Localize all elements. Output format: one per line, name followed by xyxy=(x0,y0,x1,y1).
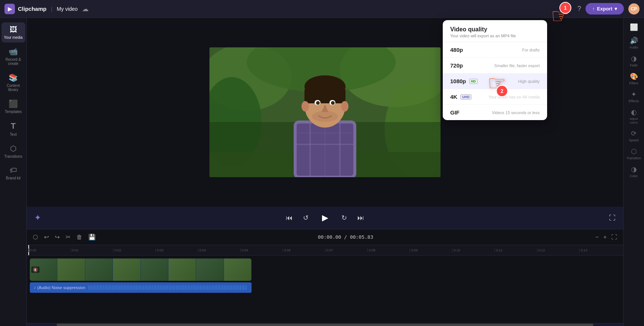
sidebar-item-record[interactable]: 📹 Record & create xyxy=(1,44,25,69)
right-tool-fade[interactable]: ◑ Fade xyxy=(624,52,644,69)
fullscreen-button[interactable]: ⛶ xyxy=(609,214,616,222)
logo-icon: ▶ xyxy=(4,4,15,14)
right-tool-speed[interactable]: ⟳ Speed xyxy=(624,127,644,144)
transition-icon: ⬡ xyxy=(631,147,637,156)
audio-label: Audio xyxy=(629,46,638,49)
zoom-in-button[interactable]: + xyxy=(602,232,608,242)
audio-track-label: (Audio) Noise suppression xyxy=(37,285,85,290)
skip-forward-button[interactable]: ⏭ xyxy=(356,213,366,223)
sidebar-label-transitions: Transitions xyxy=(4,154,22,159)
right-tool-filters[interactable]: 🎨 Filters xyxy=(624,70,644,87)
sidebar-item-your-media[interactable]: 🖼 Your media xyxy=(1,22,25,43)
timeline-select-tool[interactable]: ⬡ xyxy=(31,232,40,242)
right-tool-adjust-colors[interactable]: ◐ Adjust colors xyxy=(624,106,644,126)
ruler-mark-2: 0:02 xyxy=(113,248,155,252)
video-image xyxy=(209,47,441,177)
right-tool-captions[interactable]: ⬜ xyxy=(624,21,644,34)
quality-gif-note: Videos 15 seconds or less xyxy=(492,110,540,115)
quality-gif[interactable]: GIF Videos 15 seconds or less xyxy=(443,105,547,120)
quality-720p[interactable]: 720p Smaller file, faster export xyxy=(443,58,547,73)
svg-point-23 xyxy=(312,111,338,122)
app-logo[interactable]: ▶ Clipchamp xyxy=(4,4,47,14)
track-thumb-6 xyxy=(168,258,196,281)
timeline-undo-button[interactable]: ↩ xyxy=(42,232,50,242)
quality-1080p-badge: HD xyxy=(469,79,478,84)
transition-label: Transition xyxy=(626,156,641,160)
track-thumb-4 xyxy=(113,258,141,281)
ruler-mark-9: 0:09 xyxy=(410,248,452,252)
timeline-cut-button[interactable]: ✂ xyxy=(64,232,72,242)
export-dropdown: Video quality Your video will export as … xyxy=(443,20,547,120)
zoom-out-button[interactable]: − xyxy=(594,232,600,242)
speed-label: Speed xyxy=(629,138,638,142)
export-chevron-icon: ▾ xyxy=(615,6,617,12)
quality-4k[interactable]: 4K UHD Your video has no 4K media xyxy=(443,89,547,105)
right-sidebar: ⬜ 🔊 Audio ◑ Fade 🎨 Filters ✦ Effects ◐ A… xyxy=(623,18,644,326)
separator: | xyxy=(51,6,53,12)
svg-point-21 xyxy=(316,101,320,105)
magic-button[interactable]: ✦ xyxy=(34,213,41,223)
zoom-fit-button[interactable]: ⛶ xyxy=(610,232,619,242)
topbar: ▶ Clipchamp | My video ☁ ? ↑ Export ▾ CP xyxy=(0,0,644,18)
right-tool-effects[interactable]: ✦ Effects xyxy=(624,88,644,105)
quality-480p[interactable]: 480p For drafts xyxy=(443,42,547,58)
sidebar-item-text[interactable]: T Text xyxy=(1,118,25,140)
video-title[interactable]: My video xyxy=(57,6,78,12)
sidebar-label-templates: Templates xyxy=(5,110,22,114)
timeline-scrollbar[interactable] xyxy=(27,323,623,326)
ruler-mark-6: 0:06 xyxy=(282,248,325,252)
export-dropdown-subtitle: Your video will export as an MP4 file xyxy=(450,34,540,38)
right-tool-color[interactable]: ◑ Color xyxy=(624,163,644,180)
audio-track[interactable]: ♪ (Audio) Noise suppression xyxy=(30,282,252,293)
zoom-controls: − + ⛶ xyxy=(594,232,619,242)
forward-button[interactable]: ↻ xyxy=(340,212,348,223)
right-tool-audio[interactable]: 🔊 Audio xyxy=(624,34,644,51)
export-button[interactable]: ↑ Export ▾ xyxy=(585,3,624,15)
sidebar-item-transitions[interactable]: ⬡ Transitions xyxy=(1,141,25,162)
right-tool-transition[interactable]: ⬡ Transition xyxy=(624,145,644,162)
quality-gif-left: GIF xyxy=(450,109,460,116)
templates-icon: ⬛ xyxy=(9,99,18,108)
ruler-mark-8: 0:08 xyxy=(367,248,410,252)
video-track[interactable]: 🔇 xyxy=(30,258,252,281)
transitions-icon: ⬡ xyxy=(10,144,16,153)
speed-icon: ⟳ xyxy=(631,129,637,138)
sidebar-item-brand-kit[interactable]: 🏷 Brand kit xyxy=(1,163,25,183)
color-icon: ◑ xyxy=(631,165,637,173)
sidebar-item-templates[interactable]: ⬛ Templates xyxy=(1,96,25,117)
left-sidebar: 🖼 Your media 📹 Record & create 📚 Content… xyxy=(0,18,27,326)
sidebar-label-record: Record & create xyxy=(3,57,24,66)
rewind-button[interactable]: ↺ xyxy=(302,212,310,223)
avatar[interactable]: CP xyxy=(628,3,640,15)
brand-kit-icon: 🏷 xyxy=(10,166,17,175)
ruler-mark-10: 0:10 xyxy=(452,248,495,252)
effects-icon: ✦ xyxy=(631,90,637,98)
timeline-delete-button[interactable]: 🗑 xyxy=(75,232,84,242)
quality-1080p[interactable]: 1080p HD High quality xyxy=(443,73,547,89)
color-label: Color xyxy=(630,174,638,178)
ruler-mark-13: 0:13 xyxy=(579,248,622,252)
cloud-icon[interactable]: ☁ xyxy=(82,5,89,13)
ruler-mark-0: 0:00 xyxy=(28,248,71,252)
timeline-area: ⬡ ↩ ↪ ✂ 🗑 💾 00:00.00 / 00:05.83 − + ⛶ 0:… xyxy=(27,229,623,326)
timeline-time-display: 00:00.00 / 00:05.83 xyxy=(100,234,591,240)
fade-label: Fade xyxy=(630,63,638,67)
text-icon: T xyxy=(11,121,16,131)
quality-4k-note: Your video has no 4K media xyxy=(489,95,540,99)
quality-480p-left: 480p xyxy=(450,47,463,53)
sidebar-label-content-library: Content library xyxy=(3,84,24,92)
export-dropdown-header: Video quality Your video will export as … xyxy=(443,20,547,42)
play-button[interactable]: ▶ xyxy=(318,210,332,225)
track-thumb-2 xyxy=(57,258,85,281)
sidebar-label-brand-kit: Brand kit xyxy=(6,176,20,180)
track-thumb-3 xyxy=(85,258,113,281)
timeline-save-button[interactable]: 💾 xyxy=(87,232,97,242)
help-icon[interactable]: ? xyxy=(577,5,581,13)
timeline-redo-button[interactable]: ↪ xyxy=(53,232,61,242)
sidebar-item-content-library[interactable]: 📚 Content library xyxy=(1,70,25,95)
effects-label: Effects xyxy=(629,99,639,103)
ruler-mark-4: 0:04 xyxy=(198,248,240,252)
svg-point-22 xyxy=(331,101,335,105)
ruler-mark-11: 0:11 xyxy=(495,248,537,252)
skip-back-button[interactable]: ⏮ xyxy=(284,213,294,223)
